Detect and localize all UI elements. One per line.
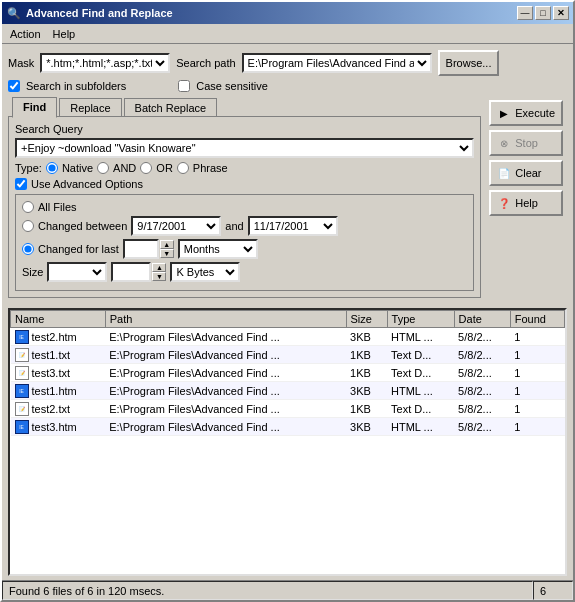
cell-date: 5/8/2... [454,382,510,400]
browse-button[interactable]: Browse... [438,50,500,76]
table-row[interactable]: 📝test1.txt E:\Program Files\Advanced Fin… [11,346,565,364]
type-native-radio[interactable] [46,162,58,174]
mask-searchpath-row: Mask *.htm;*.html;*.asp;*.txt Search pat… [8,50,567,76]
status-count-value: 6 [540,585,546,597]
tab-replace[interactable]: Replace [59,98,121,118]
cell-type: Text D... [387,400,454,418]
type-row: Type: Native AND OR Phrase [15,162,474,174]
type-and-label: AND [113,162,136,174]
search-query-input[interactable]: +Enjoy ~download "Vasin Knoware" [15,138,474,158]
tab-batch-replace[interactable]: Batch Replace [124,98,218,118]
table-row[interactable]: IEtest2.htm E:\Program Files\Advanced Fi… [11,328,565,346]
size-value[interactable]: 100 [111,262,151,282]
search-subfolders-checkbox[interactable] [8,80,20,92]
title-bar: 🔍 Advanced Find and Replace — □ ✕ [2,2,573,24]
tab-find[interactable]: Find [12,97,57,118]
close-button[interactable]: ✕ [553,6,569,20]
col-found[interactable]: Found [510,311,564,328]
cell-size: 3KB [346,418,387,436]
search-path-label: Search path [176,57,235,69]
col-type[interactable]: Type [387,311,454,328]
changed-for-last-label: Changed for last [38,243,119,255]
cell-date: 5/8/2... [454,346,510,364]
menu-action[interactable]: Action [4,26,47,42]
clear-button[interactable]: 📄 Clear [489,160,563,186]
changed-for-last-radio[interactable] [22,243,34,255]
cell-found: 1 [510,382,564,400]
table-row[interactable]: 📝test3.txt E:\Program Files\Advanced Fin… [11,364,565,382]
file-icon-txt: 📝 [15,348,29,362]
changed-between-row: Changed between 9/17/2001 and 11/17/2001 [22,216,467,236]
use-advanced-options-label: Use Advanced Options [31,178,143,190]
cell-found: 1 [510,328,564,346]
cell-type: HTML ... [387,382,454,400]
window-title: Advanced Find and Replace [26,7,517,19]
left-section: Find Replace Batch Replace Search Query … [8,96,481,298]
cell-size: 1KB [346,400,387,418]
mask-select[interactable]: *.htm;*.html;*.asp;*.txt [40,53,170,73]
cell-type: Text D... [387,346,454,364]
search-path-select[interactable]: E:\Program Files\Advanced Find and Repla… [242,53,432,73]
size-spinner-down[interactable]: ▼ [152,272,166,281]
spinner-up[interactable]: ▲ [160,240,174,249]
case-sensitive-checkbox[interactable] [178,80,190,92]
table-row[interactable]: 📝test2.txt E:\Program Files\Advanced Fin… [11,400,565,418]
all-files-label: All Files [38,201,77,213]
search-query-section: Search Query +Enjoy ~download "Vasin Kno… [15,123,474,158]
changed-for-last-unit[interactable]: Months [178,239,258,259]
spinner-down[interactable]: ▼ [160,249,174,258]
file-table: Name Path Size Type Date Found IEtest2.h… [10,310,565,436]
cell-path: E:\Program Files\Advanced Find ... [105,364,346,382]
all-files-radio[interactable] [22,201,34,213]
tab-content: Search Query +Enjoy ~download "Vasin Kno… [8,116,481,298]
cell-date: 5/8/2... [454,364,510,382]
cell-name: IEtest2.htm [11,328,106,346]
col-path[interactable]: Path [105,311,346,328]
cell-name: IEtest1.htm [11,382,106,400]
right-panel: ▶ Execute ⊗ Stop 📄 Clear ❓ Help [485,96,567,298]
col-date[interactable]: Date [454,311,510,328]
search-subfolders-label: Search in subfolders [26,80,126,92]
changed-between-to[interactable]: 11/17/2001 [248,216,338,236]
help-button[interactable]: ❓ Help [489,190,563,216]
table-row[interactable]: IEtest3.htm E:\Program Files\Advanced Fi… [11,418,565,436]
minimize-button[interactable]: — [517,6,533,20]
changed-for-last-value[interactable]: 3 [123,239,159,259]
cell-date: 5/8/2... [454,418,510,436]
status-count: 6 [533,581,573,600]
type-label: Type: [15,162,42,174]
menu-help[interactable]: Help [47,26,82,42]
cell-date: 5/8/2... [454,328,510,346]
restore-button[interactable]: □ [535,6,551,20]
cell-size: 1KB [346,346,387,364]
size-comparison[interactable] [47,262,107,282]
type-phrase-radio[interactable] [177,162,189,174]
middle-section: Find Replace Batch Replace Search Query … [8,96,567,298]
use-advanced-options-checkbox[interactable] [15,178,27,190]
file-name: 📝test2.txt [15,402,71,416]
execute-button[interactable]: ▶ Execute [489,100,563,126]
file-list[interactable]: Name Path Size Type Date Found IEtest2.h… [8,308,567,576]
cell-path: E:\Program Files\Advanced Find ... [105,382,346,400]
menu-bar: Action Help [2,24,573,44]
cell-name: IEtest3.htm [11,418,106,436]
table-row[interactable]: IEtest1.htm E:\Program Files\Advanced Fi… [11,382,565,400]
cell-type: HTML ... [387,418,454,436]
changed-between-radio[interactable] [22,220,34,232]
type-and-radio[interactable] [97,162,109,174]
file-name: 📝test3.txt [15,366,71,380]
type-phrase-label: Phrase [193,162,228,174]
cell-path: E:\Program Files\Advanced Find ... [105,418,346,436]
title-bar-buttons: — □ ✕ [517,6,569,20]
size-unit[interactable]: K Bytes [170,262,240,282]
type-or-radio[interactable] [140,162,152,174]
col-name[interactable]: Name [11,311,106,328]
cell-type: HTML ... [387,328,454,346]
case-sensitive-label: Case sensitive [196,80,268,92]
changed-between-from[interactable]: 9/17/2001 [131,216,221,236]
col-size[interactable]: Size [346,311,387,328]
stop-button[interactable]: ⊗ Stop [489,130,563,156]
cell-path: E:\Program Files\Advanced Find ... [105,400,346,418]
size-spinner-up[interactable]: ▲ [152,263,166,272]
help-label: Help [515,197,538,209]
